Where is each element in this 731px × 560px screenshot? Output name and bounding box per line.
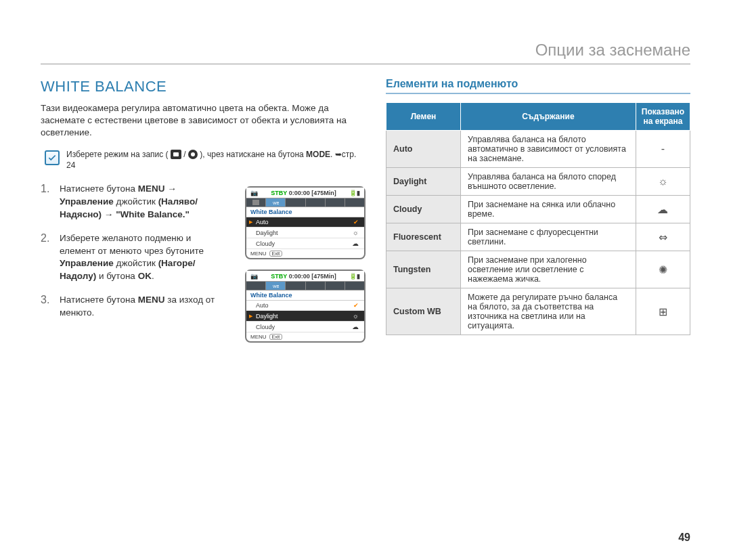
svg-text:WB: WB bbox=[273, 201, 279, 205]
step-text: Натиснете бутона MENU → Управление джойс… bbox=[60, 183, 217, 221]
page-number: 49 bbox=[678, 532, 690, 544]
lcd-item-daylight: Daylight bbox=[246, 228, 364, 238]
svg-text:WB: WB bbox=[273, 284, 279, 288]
lcd-preview-1: 📷 STBY 0:00:00 [475Min] 🔋▮ WB White Bala… bbox=[245, 186, 366, 259]
check-icon bbox=[45, 150, 60, 165]
step-text: Натиснете бутона MENU за изход от менюто… bbox=[60, 294, 217, 320]
steps-block: 1.Натиснете бутона MENU → Управление джо… bbox=[41, 183, 366, 320]
opt-desc: При заснемане с флуоресцентни светлини. bbox=[461, 223, 636, 251]
photo-mode-icon bbox=[188, 150, 198, 159]
cloud-icon bbox=[352, 240, 359, 247]
lcd-tab-wb: WB bbox=[266, 198, 286, 207]
opt-name: Auto bbox=[386, 131, 461, 168]
lcd-exit-btn: Exit bbox=[269, 251, 283, 257]
lcd-remain: [475Min] bbox=[311, 190, 336, 196]
lcd-item-label: Daylight bbox=[256, 313, 278, 320]
note-mode: MODE bbox=[306, 150, 330, 159]
lcd-exit-btn: Exit bbox=[269, 334, 283, 340]
note-prefix: Изберете режим на запис ( bbox=[66, 150, 171, 159]
table-row: DaylightУправлява баланса на бялото спор… bbox=[386, 168, 690, 196]
lcd-tab bbox=[326, 198, 345, 207]
sun-icon bbox=[353, 312, 359, 320]
opt-icon: ⊞ bbox=[636, 288, 690, 335]
lcd-item-label: Cloudy bbox=[256, 324, 275, 330]
step-number: 2. bbox=[41, 232, 54, 244]
lcd-time: 0:00:00 bbox=[289, 190, 310, 196]
opt-desc: Можете да регулирате ръчно баланса на бя… bbox=[461, 288, 636, 335]
lcd-tab bbox=[246, 282, 266, 290]
lcd-item-label: Auto bbox=[256, 302, 269, 309]
lcd-tab bbox=[326, 282, 345, 290]
svg-rect-0 bbox=[252, 200, 259, 205]
opt-icon: ⇔ bbox=[636, 223, 690, 251]
lcd-item-label: Cloudy bbox=[256, 240, 275, 247]
opt-name: Cloudy bbox=[386, 196, 461, 223]
battery-icon: 🔋▮ bbox=[349, 273, 360, 280]
lcd-item-daylight: Daylight bbox=[246, 311, 364, 322]
opt-icon: ✺ bbox=[636, 251, 690, 288]
lcd-tab bbox=[306, 282, 326, 290]
opt-desc: При заснемане на сянка или облачно време… bbox=[461, 196, 636, 223]
lcd-menu-label: MENU bbox=[250, 251, 267, 257]
lcd-item-auto: Auto bbox=[246, 301, 364, 311]
sun-icon bbox=[353, 229, 359, 236]
lcd-item-cloudy: Cloudy bbox=[246, 322, 364, 332]
opt-name: Tungsten bbox=[386, 251, 461, 288]
opt-icon: ☁ bbox=[636, 196, 690, 223]
lcd-tab bbox=[345, 198, 364, 207]
lcd-tab-wb: WB bbox=[266, 282, 286, 290]
lcd-tab bbox=[306, 198, 326, 207]
lcd-menu-label: MENU bbox=[250, 334, 267, 340]
th-name: Лемен bbox=[386, 103, 461, 131]
section-title: WHITE BALANCE bbox=[41, 78, 366, 95]
lcd-time: 0:00:00 bbox=[289, 273, 310, 280]
table-row: Custom WBМожете да регулирате ръчно бала… bbox=[386, 288, 690, 335]
lcd-rec-icon: 📷 bbox=[250, 190, 258, 196]
options-table: Лемен Съдържание Показвано на екрана Aut… bbox=[386, 102, 690, 335]
lcd-stby: STBY bbox=[271, 190, 287, 196]
th-icon: Показвано на екрана bbox=[636, 103, 690, 131]
opt-name: Daylight bbox=[386, 168, 461, 196]
table-row: CloudyПри заснемане на сянка или облачно… bbox=[386, 196, 690, 223]
opt-icon: ☼ bbox=[636, 168, 690, 196]
lcd-tab bbox=[345, 282, 364, 290]
lcd-rec-icon: 📷 bbox=[250, 273, 258, 280]
intro-text: Тази видеокамера регулира автоматично цв… bbox=[41, 102, 366, 139]
chapter-title: Опции за заснемане bbox=[41, 41, 690, 64]
opt-desc: Управлява баланса на бялото според външн… bbox=[461, 168, 636, 196]
opt-name: Fluorescent bbox=[386, 223, 461, 251]
lcd-tab bbox=[286, 198, 305, 207]
lcd-item-auto: Auto bbox=[246, 217, 364, 228]
opt-desc: При заснемане при халогенно осветление и… bbox=[461, 251, 636, 288]
table-row: TungstenПри заснемане при халогенно осве… bbox=[386, 251, 690, 288]
step-row: 2.Изберете желаното подменю и елемент от… bbox=[41, 232, 217, 284]
submenu-title: Елементи на подменюто bbox=[386, 78, 690, 94]
check-icon bbox=[353, 219, 359, 225]
opt-icon: - bbox=[636, 131, 690, 168]
cloud-icon bbox=[352, 323, 359, 330]
battery-icon: 🔋▮ bbox=[349, 190, 360, 196]
lcd-item-cloudy: Cloudy bbox=[246, 238, 364, 249]
opt-name: Custom WB bbox=[386, 288, 461, 335]
lcd-menu-title: White Balance bbox=[246, 207, 364, 217]
lcd-preview-2: 📷 STBY 0:00:00 [475Min] 🔋▮ WB White Bala… bbox=[245, 270, 366, 343]
step-text: Изберете желаното подменю и елемент от м… bbox=[60, 232, 217, 284]
step-number: 1. bbox=[41, 183, 54, 195]
lcd-tab bbox=[246, 198, 266, 207]
step-row: 1.Натиснете бутона MENU → Управление джо… bbox=[41, 183, 217, 221]
lcd-remain: [475Min] bbox=[311, 273, 336, 280]
lcd-item-label: Daylight bbox=[256, 230, 278, 236]
step-row: 3.Натиснете бутона MENU за изход от меню… bbox=[41, 294, 217, 320]
note-block: Изберете режим на запис ( / ), чрез нати… bbox=[45, 149, 366, 171]
note-suffix: ), чрез натискане на бутона bbox=[200, 150, 306, 159]
video-mode-icon bbox=[171, 150, 181, 159]
table-row: FluorescentПри заснемане с флуоресцентни… bbox=[386, 223, 690, 251]
opt-desc: Управлява баланса на бялото автоматично … bbox=[461, 131, 636, 168]
step-number: 3. bbox=[41, 294, 54, 306]
note-sep: / bbox=[183, 150, 188, 159]
th-desc: Съдържание bbox=[461, 103, 636, 131]
lcd-stby: STBY bbox=[271, 273, 287, 280]
note-text: Изберете режим на запис ( / ), чрез нати… bbox=[66, 149, 366, 171]
lcd-tab bbox=[286, 282, 305, 290]
table-row: AutoУправлява баланса на бялото автомати… bbox=[386, 131, 690, 168]
